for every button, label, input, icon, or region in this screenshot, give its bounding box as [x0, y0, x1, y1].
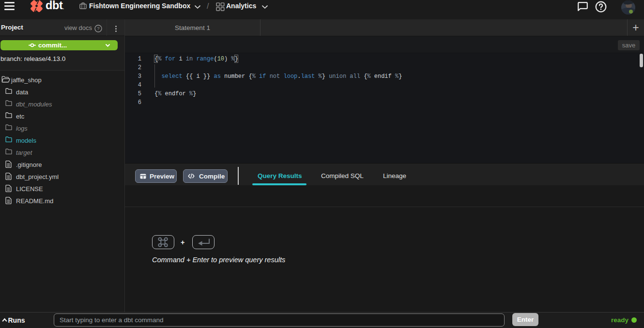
svg-text:?: ? [97, 26, 99, 31]
